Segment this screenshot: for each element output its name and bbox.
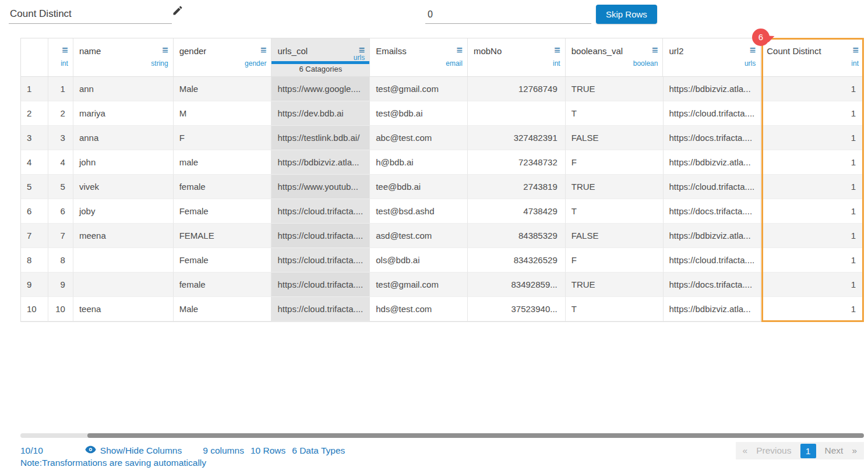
table-cell[interactable]: https://docs.trifacta....: [664, 199, 761, 224]
table-cell[interactable]: Male: [174, 77, 272, 101]
table-cell[interactable]: F: [174, 126, 272, 150]
pagination-first[interactable]: «: [743, 445, 748, 456]
table-cell[interactable]: TRUE: [566, 175, 664, 199]
table-cell[interactable]: https://testlink.bdb.ai/: [271, 126, 370, 150]
table-cell[interactable]: abc@test.com: [370, 126, 468, 150]
table-cell[interactable]: 1: [761, 77, 863, 101]
horizontal-scrollbar[interactable]: [20, 433, 864, 438]
table-cell[interactable]: 10: [48, 297, 73, 321]
table-cell[interactable]: FALSE: [566, 224, 664, 248]
table-cell[interactable]: FEMALE: [174, 224, 272, 248]
table-cell[interactable]: 834326529: [468, 248, 566, 273]
table-cell[interactable]: 2: [21, 101, 48, 126]
column-menu-icon[interactable]: ≡: [852, 46, 859, 55]
table-cell[interactable]: test@bdb.ai: [370, 101, 468, 126]
scrollbar-thumb[interactable]: [87, 433, 864, 438]
column-menu-icon[interactable]: ≡: [554, 46, 560, 55]
table-cell[interactable]: 4: [48, 150, 73, 175]
table-cell[interactable]: 5: [48, 175, 73, 199]
column-header-booleans_val[interactable]: booleans_val≡boolean: [566, 38, 664, 76]
table-cell[interactable]: https://cloud.trifacta....: [664, 175, 761, 199]
table-cell[interactable]: [73, 248, 174, 273]
table-cell[interactable]: 1: [21, 77, 48, 101]
table-cell[interactable]: Male: [174, 297, 272, 321]
table-cell[interactable]: 1: [761, 199, 863, 224]
table-cell[interactable]: T: [566, 199, 664, 224]
table-cell[interactable]: 5: [21, 175, 48, 199]
table-cell[interactable]: 8: [21, 248, 48, 273]
table-cell[interactable]: T: [566, 101, 664, 126]
column-header-url2[interactable]: url2≡urls: [663, 38, 761, 76]
table-cell[interactable]: h@bdb.ai: [370, 150, 468, 175]
table-cell[interactable]: test@bsd.ashd: [370, 199, 468, 224]
pagination-page-1[interactable]: 1: [800, 444, 816, 458]
table-cell[interactable]: teena: [73, 297, 174, 321]
table-cell[interactable]: 2: [48, 101, 73, 126]
table-cell[interactable]: https://docs.trifacta....: [664, 273, 761, 297]
table-cell[interactable]: 72348732: [468, 150, 566, 175]
table-cell[interactable]: https://bdbizviz.atla...: [664, 150, 761, 175]
table-cell[interactable]: 6: [48, 199, 73, 224]
table-cell[interactable]: ols@bdb.ai: [370, 248, 468, 273]
column-header-emailss[interactable]: Emailss≡email: [370, 38, 468, 76]
table-cell[interactable]: https://cloud.trifacta....: [664, 101, 761, 126]
table-cell[interactable]: 2743819: [468, 175, 566, 199]
table-cell[interactable]: hds@test.com: [370, 297, 468, 321]
table-cell[interactable]: male: [174, 150, 272, 175]
column-menu-icon[interactable]: ≡: [162, 46, 168, 55]
transform-name-input[interactable]: [9, 5, 172, 24]
table-cell[interactable]: https://www.google....: [271, 77, 370, 101]
table-cell[interactable]: 1: [761, 175, 863, 199]
table-cell[interactable]: 9: [48, 273, 73, 297]
table-cell[interactable]: joby: [73, 199, 174, 224]
edit-pencil-icon[interactable]: [172, 5, 184, 19]
column-menu-icon[interactable]: ≡: [260, 46, 267, 55]
table-cell[interactable]: https://cloud.trifacta....: [271, 224, 370, 248]
table-cell[interactable]: https://www.youtub...: [271, 175, 370, 199]
table-cell[interactable]: 4: [21, 150, 48, 175]
table-cell[interactable]: 8: [48, 248, 73, 273]
table-cell[interactable]: 9: [21, 273, 48, 297]
table-cell[interactable]: [73, 273, 174, 297]
column-menu-icon[interactable]: ≡: [456, 46, 463, 55]
table-cell[interactable]: https://bdbizviz.atla...: [664, 77, 761, 101]
table-cell[interactable]: https://bdbizviz.atla...: [664, 297, 761, 321]
table-cell[interactable]: female: [174, 175, 272, 199]
table-cell[interactable]: asd@test.com: [370, 224, 468, 248]
table-cell[interactable]: 1: [761, 273, 863, 297]
table-cell[interactable]: test@gmail.com: [370, 77, 468, 101]
table-cell[interactable]: 1: [761, 248, 863, 273]
table-cell[interactable]: https://docs.trifacta....: [664, 126, 761, 150]
table-cell[interactable]: john: [73, 150, 174, 175]
table-cell[interactable]: 12768749: [468, 77, 566, 101]
table-cell[interactable]: ann: [73, 77, 174, 101]
table-cell[interactable]: https://cloud.trifacta....: [271, 273, 370, 297]
column-header-mobno[interactable]: mobNo≡int: [468, 38, 566, 76]
table-cell[interactable]: T: [566, 297, 664, 321]
table-cell[interactable]: Female: [174, 248, 272, 273]
column-header-name[interactable]: name≡string: [73, 38, 174, 76]
column-header-index-1[interactable]: ≡int: [48, 38, 73, 76]
pagination-last[interactable]: »: [852, 445, 857, 456]
table-cell[interactable]: 84385329: [468, 224, 566, 248]
skip-rows-input[interactable]: [425, 6, 591, 24]
table-cell[interactable]: mariya: [73, 101, 174, 126]
table-cell[interactable]: 1: [761, 101, 863, 126]
table-cell[interactable]: 7: [48, 224, 73, 248]
table-cell[interactable]: TRUE: [566, 77, 664, 101]
column-header-urls_col[interactable]: urls_col≡urls6 Catagories: [271, 38, 370, 76]
table-cell[interactable]: 4738429: [468, 199, 566, 224]
table-cell[interactable]: 1: [761, 224, 863, 248]
table-cell[interactable]: F: [566, 248, 664, 273]
table-cell[interactable]: 1: [761, 297, 863, 321]
table-cell[interactable]: 6: [21, 199, 48, 224]
table-cell[interactable]: TRUE: [566, 273, 664, 297]
table-cell[interactable]: meena: [73, 224, 174, 248]
table-cell[interactable]: 10: [21, 297, 48, 321]
table-cell[interactable]: https://bdbizviz.atla...: [271, 150, 370, 175]
table-cell[interactable]: F: [566, 150, 664, 175]
table-cell[interactable]: [468, 101, 566, 126]
table-cell[interactable]: M: [174, 101, 272, 126]
column-header-index-0[interactable]: [21, 38, 48, 76]
column-header-gender[interactable]: gender≡gender: [174, 38, 272, 76]
